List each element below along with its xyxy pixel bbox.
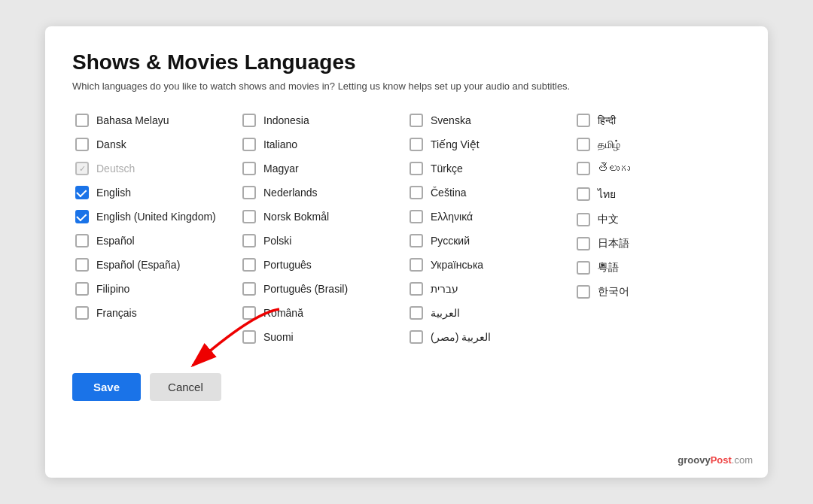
checkbox[interactable] — [410, 186, 423, 199]
checkbox[interactable] — [577, 138, 590, 151]
list-item[interactable]: Svenska — [406, 108, 574, 132]
checkbox[interactable] — [242, 210, 256, 223]
language-label: Türkçe — [431, 162, 463, 175]
checkbox[interactable] — [577, 261, 590, 275]
checkbox[interactable] — [242, 114, 256, 127]
checkbox[interactable] — [410, 114, 423, 127]
list-item[interactable]: ไทย — [574, 181, 741, 208]
checkbox[interactable] — [410, 234, 423, 247]
checkbox[interactable] — [410, 330, 423, 344]
list-item[interactable]: Українська — [406, 253, 574, 277]
list-item[interactable]: עברית — [406, 277, 574, 301]
list-item[interactable]: English — [72, 181, 239, 205]
checkbox[interactable] — [75, 234, 89, 247]
language-label: Suomi — [263, 331, 294, 343]
checkbox[interactable] — [410, 282, 423, 296]
language-label: עברית — [431, 283, 458, 295]
checkbox[interactable] — [410, 138, 423, 151]
list-item[interactable]: Русский — [406, 229, 574, 253]
list-item[interactable]: Bahasa Melayu — [72, 108, 239, 132]
checkbox[interactable] — [75, 210, 89, 223]
list-item[interactable]: Filipino — [72, 277, 239, 301]
language-label: 日本語 — [598, 237, 629, 250]
checkbox[interactable] — [75, 306, 89, 320]
save-button[interactable]: Save — [72, 373, 141, 401]
list-item[interactable]: Română — [239, 301, 406, 325]
language-label: Čeština — [431, 187, 466, 199]
language-label: తెలుగు — [598, 162, 630, 175]
list-item[interactable]: Čeština — [406, 181, 574, 205]
list-item[interactable]: Indonesia — [239, 108, 406, 132]
language-label: Svenska — [431, 114, 471, 126]
language-label: Română — [263, 307, 303, 319]
language-label: Русский — [431, 235, 470, 247]
checkbox[interactable] — [75, 282, 89, 296]
list-item[interactable]: తెలుగు — [574, 156, 741, 181]
checkbox[interactable] — [577, 114, 590, 127]
list-item[interactable]: 中文 — [574, 208, 741, 232]
list-item[interactable]: 日本語 — [574, 232, 741, 256]
list-item[interactable]: English (United Kingdom) — [72, 205, 239, 229]
language-label: Filipino — [96, 283, 129, 295]
checkbox[interactable] — [242, 330, 256, 344]
checkbox[interactable] — [577, 285, 590, 299]
checkbox[interactable] — [75, 114, 89, 127]
language-label: Português — [263, 259, 312, 271]
checkbox[interactable] — [242, 162, 256, 175]
list-item[interactable]: Italiano — [239, 132, 406, 156]
checkbox[interactable] — [410, 162, 423, 175]
language-label: ไทย — [598, 186, 616, 202]
language-column-2: SvenskaTiếng ViệtTürkçeČeštinaΕλληνικάРу… — [406, 108, 574, 349]
checkbox[interactable] — [242, 234, 256, 247]
list-item[interactable]: 한국어 — [574, 280, 741, 304]
checkbox[interactable] — [410, 258, 423, 272]
language-label: Indonesia — [263, 114, 309, 126]
cancel-button[interactable]: Cancel — [150, 373, 221, 401]
list-item[interactable]: Português — [239, 253, 406, 277]
checkbox[interactable] — [75, 162, 89, 175]
checkbox[interactable] — [242, 138, 256, 151]
list-item[interactable]: Ελληνικά — [406, 205, 574, 229]
language-column-0: Bahasa MelayuDanskDeutschEnglishEnglish … — [72, 108, 239, 349]
list-item[interactable]: தமிழ் — [574, 132, 741, 156]
list-item[interactable]: Suomi — [239, 325, 406, 349]
checkbox[interactable] — [75, 258, 89, 272]
list-item[interactable]: Español — [72, 229, 239, 253]
list-item[interactable]: Türkçe — [406, 156, 574, 181]
checkbox[interactable] — [242, 306, 256, 320]
checkbox[interactable] — [577, 162, 590, 175]
languages-grid: Bahasa MelayuDanskDeutschEnglishEnglish … — [72, 108, 741, 349]
list-item[interactable]: العربية (مصر) — [406, 325, 574, 349]
language-label: Español (España) — [96, 259, 180, 271]
checkbox[interactable] — [577, 213, 590, 226]
checkbox[interactable] — [410, 210, 423, 223]
language-label: Bahasa Melayu — [96, 114, 169, 126]
list-item[interactable]: Español (España) — [72, 253, 239, 277]
list-item[interactable]: Norsk Bokmål — [239, 205, 406, 229]
language-label: Tiếng Việt — [431, 138, 480, 150]
list-item[interactable]: Magyar — [239, 156, 406, 181]
list-item[interactable]: 粵語 — [574, 256, 741, 280]
language-label: Español — [96, 235, 135, 247]
list-item[interactable]: Português (Brasil) — [239, 277, 406, 301]
list-item[interactable]: हिन्दी — [574, 108, 741, 132]
checkbox[interactable] — [75, 186, 89, 199]
list-item[interactable]: Nederlands — [239, 181, 406, 205]
checkbox[interactable] — [75, 138, 89, 151]
checkbox[interactable] — [410, 306, 423, 320]
list-item[interactable]: Deutsch — [72, 156, 239, 181]
checkbox[interactable] — [577, 187, 590, 201]
language-label: தமிழ் — [598, 138, 620, 151]
list-item[interactable]: Tiếng Việt — [406, 132, 574, 156]
checkbox[interactable] — [242, 282, 256, 296]
list-item[interactable]: Dansk — [72, 132, 239, 156]
language-label: Magyar — [263, 162, 299, 175]
checkbox[interactable] — [242, 186, 256, 199]
dialog-subtitle: Which languages do you like to watch sho… — [72, 80, 741, 92]
language-label: English (United Kingdom) — [96, 211, 216, 223]
list-item[interactable]: Français — [72, 301, 239, 325]
list-item[interactable]: العربية — [406, 301, 574, 325]
checkbox[interactable] — [577, 237, 590, 250]
checkbox[interactable] — [242, 258, 256, 272]
list-item[interactable]: Polski — [239, 229, 406, 253]
